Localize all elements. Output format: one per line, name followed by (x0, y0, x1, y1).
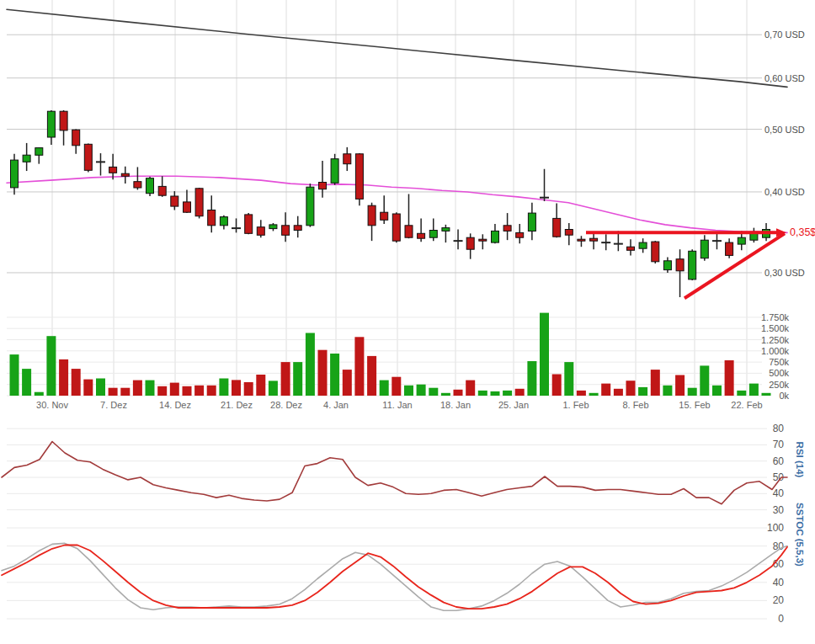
date-label: 14. Dez (159, 400, 191, 410)
volume-bar (219, 379, 228, 397)
rsi-line (2, 442, 787, 504)
bullish-candle (700, 240, 708, 258)
bullish-candle (738, 237, 745, 244)
bearish-candle (590, 238, 598, 241)
rsi-axis-title: RSI (14) (795, 442, 805, 478)
date-label: 30. Nov (36, 400, 68, 410)
volume-tick-label: 1.750k (761, 312, 790, 322)
volume-bar (392, 377, 401, 396)
volume-bar (318, 350, 328, 396)
bullish-candle (528, 213, 535, 231)
bearish-candle (171, 196, 178, 206)
volume-bar (466, 381, 475, 396)
volume-bar (354, 337, 364, 396)
volume-tick-label: 750k (769, 357, 789, 367)
volume-tick-label: 1.000k (761, 346, 790, 356)
volume-bar (244, 382, 253, 396)
volume-bar (343, 370, 352, 396)
volume-bar (651, 370, 660, 396)
volume-bar (281, 362, 290, 396)
volume-bar (157, 386, 167, 396)
volume-tick-label: 1.500k (761, 323, 790, 333)
bearish-candle (208, 210, 216, 226)
rsi-tick-label: 60 (773, 455, 785, 467)
candles (11, 110, 770, 297)
volume-tick-label: 0k (779, 391, 789, 401)
bullish-candle (146, 178, 154, 194)
date-label: 28. Dez (270, 400, 302, 410)
volume-bar (269, 381, 278, 396)
volume-bar (10, 354, 19, 396)
volume-bar (441, 393, 450, 396)
bearish-candle (344, 154, 351, 164)
bearish-candle (257, 227, 264, 236)
bearish-candle (479, 239, 487, 241)
bullish-candle (429, 231, 437, 238)
volume-bar (638, 387, 647, 396)
volume-bar (207, 386, 216, 396)
price-target-label: 0,35$ (790, 226, 815, 238)
volume-bar (712, 386, 722, 396)
bullish-candle (442, 228, 450, 232)
chart-canvas[interactable]: 0,70 USD0,60 USD0,50 USD0,40 USD0,30 USD… (0, 0, 815, 644)
volume-bar (35, 392, 44, 396)
bearish-candle (676, 259, 684, 271)
volume-bar (688, 388, 697, 396)
bearish-candle (355, 154, 363, 200)
volume-tick-label: 250k (769, 380, 789, 390)
rsi-tick-label: 70 (773, 439, 785, 450)
bearish-candle (184, 202, 191, 212)
volume-bar (527, 361, 536, 396)
price-tick-label: 0,60 USD (764, 73, 805, 83)
triangle-annotation: 0,35$ (586, 226, 815, 298)
date-label: 7. Dez (100, 400, 127, 410)
panel-titles: RSI (14)SSTOC (5,5,3) (795, 442, 805, 567)
bearish-candle (72, 130, 80, 146)
volume-bar (330, 354, 339, 396)
volume-bar (675, 375, 684, 397)
volume-bar (491, 391, 500, 396)
sstoc-tick-label: 20 (773, 594, 785, 606)
bullish-candle (492, 231, 499, 242)
volume-bar (700, 365, 709, 396)
sstoc-tick-label: 40 (773, 577, 785, 588)
bullish-candle (23, 155, 30, 162)
bearish-candle (565, 230, 573, 236)
volume-bar (146, 381, 155, 396)
rsi-tick-label: 30 (773, 504, 785, 516)
price-tick-label: 0,30 USD (764, 268, 805, 278)
bearish-candle (158, 186, 166, 195)
volume-bar (663, 386, 672, 396)
sstoc-gridlines (7, 528, 767, 619)
triangle-support-line (684, 233, 785, 298)
volume-bar (725, 360, 734, 396)
volume-bar (540, 313, 549, 396)
bearish-candle (245, 215, 253, 233)
volume-bar (737, 391, 746, 396)
date-axis-labels: 30. Nov7. Dez14. Dez21. Dez28. Dez4. Jan… (36, 400, 763, 410)
price-tick-label: 0,40 USD (764, 187, 805, 197)
volume-bar (306, 333, 315, 397)
date-label: 8. Feb (622, 400, 648, 410)
volume-bar (232, 380, 241, 396)
bearish-candle (405, 226, 413, 237)
volume-axis-labels: 1.750k1.500k1.250k1.000k750k500k250k0k (761, 312, 790, 401)
bullish-candle (220, 217, 227, 226)
date-label: 21. Dez (221, 400, 253, 410)
volume-bar (96, 379, 105, 397)
bearish-candle (553, 218, 561, 237)
date-label: 18. Jan (440, 400, 471, 410)
date-label: 1. Feb (562, 400, 589, 410)
date-label: 11. Jan (382, 400, 412, 410)
volume-bar (762, 393, 771, 396)
bearish-candle (392, 214, 400, 241)
bearish-candle (627, 247, 635, 250)
price-gridlines (7, 35, 762, 273)
bearish-candle (134, 182, 141, 188)
rsi-series (2, 442, 787, 504)
volume-bar (417, 385, 426, 396)
volume-tick-label: 1.250k (761, 335, 790, 345)
bullish-candle (269, 225, 277, 229)
bearish-candle (503, 226, 511, 232)
volume-bars (10, 313, 771, 396)
